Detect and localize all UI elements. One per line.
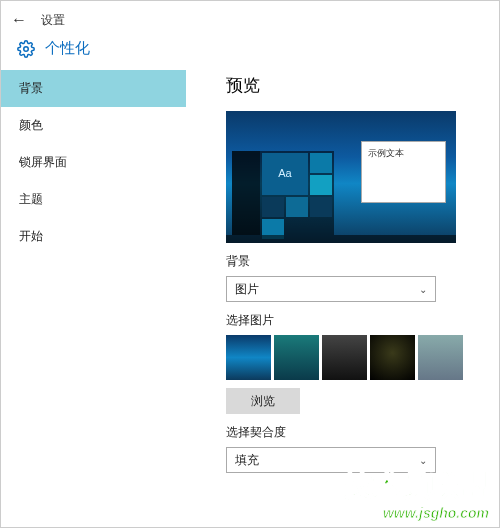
settings-label: 设置 <box>41 12 65 29</box>
background-label: 背景 <box>226 253 477 270</box>
sidebar-item-lockscreen[interactable]: 锁屏界面 <box>1 144 186 181</box>
fit-select[interactable]: 填充 ⌄ <box>226 447 436 473</box>
thumbnail-2[interactable] <box>274 335 319 380</box>
svg-point-0 <box>24 46 29 51</box>
sidebar: 背景 颜色 锁屏界面 主题 开始 <box>1 66 186 524</box>
start-menu-preview: Aa <box>232 151 334 235</box>
preview-heading: 预览 <box>226 74 477 97</box>
thumbnail-1[interactable] <box>226 335 271 380</box>
tile-sample-text: Aa <box>262 153 308 195</box>
sidebar-item-colors[interactable]: 颜色 <box>1 107 186 144</box>
background-type-value: 图片 <box>235 281 259 298</box>
page-header: 个性化 <box>1 39 499 66</box>
gear-icon <box>17 40 35 58</box>
fit-label: 选择契合度 <box>226 424 477 441</box>
chevron-down-icon: ⌄ <box>419 455 427 466</box>
thumbnail-4[interactable] <box>370 335 415 380</box>
desktop-preview: Aa 示例文本 <box>226 111 456 243</box>
chevron-down-icon: ⌄ <box>419 284 427 295</box>
sidebar-item-background[interactable]: 背景 <box>1 70 186 107</box>
back-icon[interactable]: ← <box>11 11 27 29</box>
background-type-select[interactable]: 图片 ⌄ <box>226 276 436 302</box>
sample-text-label: 示例文本 <box>368 148 404 158</box>
picture-thumbnails <box>226 335 477 380</box>
thumbnail-3[interactable] <box>322 335 367 380</box>
fit-value: 填充 <box>235 452 259 469</box>
content-area: 预览 Aa 示例文本 背景 图片 ⌄ <box>186 66 499 524</box>
choose-picture-label: 选择图片 <box>226 312 477 329</box>
window-preview: 示例文本 <box>361 141 446 203</box>
sidebar-item-start[interactable]: 开始 <box>1 218 186 255</box>
thumbnail-5[interactable] <box>418 335 463 380</box>
taskbar-preview <box>226 235 456 243</box>
page-title: 个性化 <box>45 39 90 58</box>
sidebar-item-themes[interactable]: 主题 <box>1 181 186 218</box>
titlebar: ← 设置 <box>1 1 499 39</box>
browse-button[interactable]: 浏览 <box>226 388 300 414</box>
